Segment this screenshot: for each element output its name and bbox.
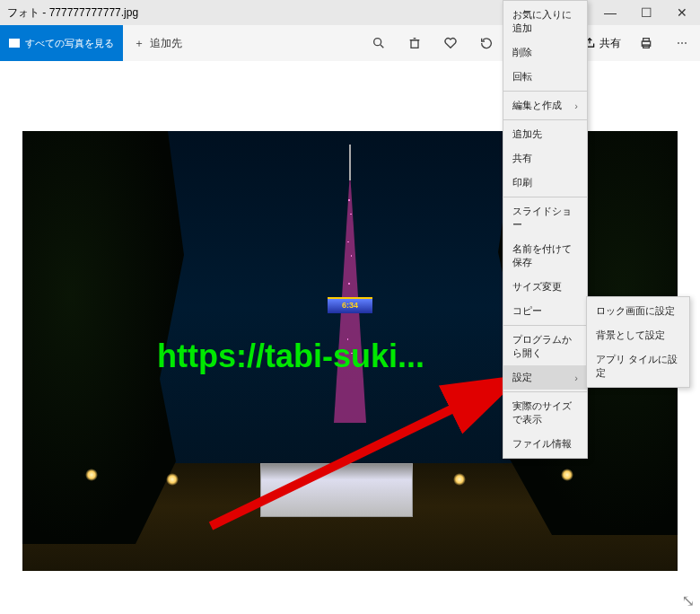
svg-rect-6 [643,39,650,41]
menu-item[interactable]: ファイル情報 [503,432,587,456]
menu-separator [503,391,587,392]
favorite-button[interactable] [433,25,468,61]
rotate-icon [479,36,494,50]
settings-submenu: ロック画面に設定背景として設定アプリ タイルに設定 [586,296,690,388]
submenu-item[interactable]: アプリ タイルに設定 [587,347,689,385]
delete-button[interactable] [397,25,433,61]
lamp-icon [166,473,179,486]
plus-icon: ＋ [134,36,144,51]
menu-item[interactable]: プログラムから開く [503,328,587,365]
menu-item[interactable]: 印刷 [503,171,587,195]
menu-item[interactable]: スライドショー [503,199,587,237]
print-button[interactable] [628,25,664,61]
menu-item[interactable]: 回転 [503,65,587,89]
titlebar: フォト - 777777777777.jpg — ☐ ✕ [0,0,700,25]
photo-building [260,463,413,517]
menu-item[interactable]: 実際のサイズで表示 [503,394,587,432]
add-to-label: 追加先 [150,36,182,51]
menu-item[interactable]: 編集と作成 [503,93,587,118]
ellipsis-icon: ⋯ [677,37,687,49]
submenu-item[interactable]: 背景として設定 [587,323,689,347]
toolbar: すべての写真を見る ＋ 追加先 共有 ⋯ [0,25,700,61]
menu-item[interactable]: 削除 [503,40,587,65]
menu-item[interactable]: サイズ変更 [503,275,587,299]
photos-icon [9,39,20,48]
lamp-icon [453,473,466,486]
svg-line-1 [381,45,383,48]
window-controls: — ☐ ✕ [592,0,700,25]
menu-item[interactable]: 名前を付けて保存 [503,237,587,275]
context-menu: お気に入りに追加削除回転編集と作成追加先共有印刷スライドショー名前を付けて保存サ… [503,0,588,459]
menu-separator [503,325,587,326]
watermark-text: https://tabi-suki... [157,338,424,375]
menu-separator [503,119,587,120]
menu-item[interactable]: お気に入りに追加 [503,3,587,40]
menu-item[interactable]: 設定 [503,365,587,390]
menu-separator [503,91,587,92]
maximize-button[interactable]: ☐ [628,0,664,25]
trash-icon [407,36,422,50]
share-label: 共有 [599,36,621,51]
svg-rect-2 [411,40,418,48]
minimize-button[interactable]: — [592,0,628,25]
heart-icon [443,36,458,50]
window-title: フォト - 777777777777.jpg [7,5,138,21]
zoom-button[interactable] [361,25,397,61]
all-photos-label: すべての写真を見る [25,37,114,50]
magnify-icon [372,36,386,50]
lamp-icon [85,469,98,481]
menu-item[interactable]: 共有 [503,146,587,171]
menu-item[interactable]: 追加先 [503,122,587,146]
resize-handle-icon[interactable]: ⤢ [678,594,698,608]
print-icon [639,36,653,50]
all-photos-button[interactable]: すべての写真を見る [0,25,123,61]
submenu-item[interactable]: ロック画面に設定 [587,299,689,323]
close-button[interactable]: ✕ [664,0,700,25]
add-to-button[interactable]: ＋ 追加先 [123,25,193,61]
menu-item[interactable]: コピー [503,299,587,323]
svg-point-0 [374,39,381,46]
more-button[interactable]: ⋯ [664,25,700,61]
menu-separator [503,197,587,197]
lamp-icon [561,469,573,481]
photo-tower: 6:34 [332,145,368,423]
rotate-button[interactable] [468,25,504,61]
